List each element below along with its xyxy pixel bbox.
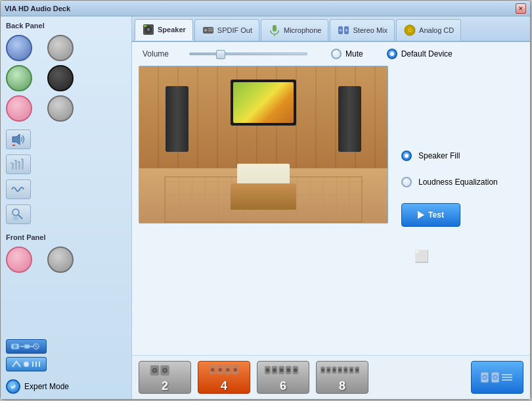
volume-label: Volume <box>143 49 179 59</box>
expert-icon-1 <box>10 341 43 352</box>
svg-point-59 <box>273 368 277 372</box>
channel-6-icon <box>263 362 303 379</box>
svg-rect-3 <box>15 160 17 170</box>
sidebar-env-row <box>6 204 126 224</box>
jack-back-4[interactable] <box>47 65 74 91</box>
channel-6-button[interactable]: 6 <box>257 361 309 394</box>
channel-8-button[interactable]: 8 <box>316 361 368 394</box>
main-content: Speaker Fill Loudness Equalization Test … <box>132 66 530 355</box>
svg-point-73 <box>338 369 342 372</box>
svg-point-19 <box>24 362 29 367</box>
environment-icon <box>11 207 26 222</box>
svg-point-47 <box>164 369 166 372</box>
tab-speaker-label: Speaker <box>158 26 186 34</box>
default-device-group: Default Device <box>387 49 453 59</box>
close-button[interactable]: ✕ <box>516 3 526 14</box>
front-panel-jacks <box>6 247 126 273</box>
speaker-fill-dot <box>405 154 409 158</box>
svg-point-38 <box>345 29 348 32</box>
svg-point-13 <box>13 344 17 348</box>
tab-bar: Speaker SPDIF Out <box>132 16 530 42</box>
sidebar-wave-row <box>6 179 126 199</box>
svg-point-37 <box>340 29 342 32</box>
svg-point-44 <box>154 369 156 372</box>
sidebar-eq-row <box>6 154 126 174</box>
expert-mode-check <box>9 383 17 390</box>
expert-buttons <box>6 339 126 371</box>
channel-right-button[interactable] <box>471 361 523 394</box>
jack-back-3[interactable] <box>6 65 32 91</box>
jack-back-1[interactable] <box>6 35 32 61</box>
volume-thumb[interactable] <box>216 50 225 59</box>
channel-4-button[interactable]: 4 <box>198 361 250 394</box>
tab-microphone[interactable]: Microphone <box>261 19 328 41</box>
wave-icon <box>11 183 26 196</box>
speaker-tab-icon <box>142 23 155 36</box>
svg-rect-31 <box>208 28 213 30</box>
svg-point-49 <box>211 368 215 372</box>
jack-back-5[interactable] <box>6 95 32 122</box>
volume-slider[interactable] <box>189 53 307 55</box>
channel-right-icon <box>479 368 516 387</box>
jack-front-2[interactable] <box>47 247 74 273</box>
svg-point-55 <box>233 368 237 372</box>
svg-point-75 <box>344 369 347 372</box>
expert-icon-2 <box>10 359 43 369</box>
svg-point-63 <box>286 368 290 372</box>
stereo-tab-icon <box>337 24 350 37</box>
speaker-fill-label: Speaker Fill <box>418 151 460 160</box>
svg-rect-15 <box>24 344 30 348</box>
test-button[interactable]: Test <box>401 203 460 227</box>
wave-ctrl-button[interactable] <box>6 179 31 199</box>
environment-ctrl-button[interactable] <box>6 204 31 224</box>
default-device-radio[interactable] <box>387 49 397 59</box>
expert-mode-toggle[interactable]: Expert Mode <box>6 379 126 394</box>
test-label: Test <box>428 210 444 220</box>
tab-analog[interactable]: Analog CD <box>396 19 461 41</box>
tab-microphone-label: Microphone <box>284 26 321 34</box>
svg-point-79 <box>355 369 359 372</box>
jack-back-2[interactable] <box>47 35 74 61</box>
svg-point-41 <box>409 30 410 31</box>
speaker-right <box>338 86 361 152</box>
svg-point-69 <box>327 369 330 372</box>
analog-tab-icon <box>403 24 416 37</box>
tab-speaker[interactable]: Speaker <box>135 19 193 41</box>
volume-ctrl-button[interactable] <box>6 130 31 149</box>
mute-radio[interactable] <box>331 49 342 59</box>
svg-point-27 <box>148 29 149 30</box>
volume-row: Volume Mute Default Device <box>132 42 530 66</box>
channel-4-num: 4 <box>221 379 227 393</box>
expert-btn-2[interactable] <box>6 357 47 371</box>
microphone-tab-icon <box>268 24 281 37</box>
channel-2-icon <box>148 362 181 379</box>
jack-front-1[interactable] <box>6 247 32 273</box>
expert-mode-label: Expert Mode <box>24 382 69 391</box>
expert-mode-icon <box>6 379 20 394</box>
svg-point-77 <box>350 369 353 372</box>
svg-point-51 <box>218 368 222 372</box>
svg-point-82 <box>483 376 486 379</box>
jack-back-6[interactable] <box>47 95 74 122</box>
equalizer-icon <box>11 158 26 171</box>
svg-rect-5 <box>22 159 24 170</box>
front-panel-label: Front Panel <box>6 233 126 241</box>
room-scene <box>139 66 388 223</box>
svg-point-61 <box>280 368 284 372</box>
expert-btn-1[interactable] <box>6 339 47 354</box>
tab-spdif[interactable]: SPDIF Out <box>194 19 259 41</box>
equalizer-ctrl-button[interactable] <box>6 154 31 174</box>
svg-rect-4 <box>18 162 20 170</box>
speaker-fill-radio[interactable] <box>401 151 412 161</box>
back-panel-label: Back Panel <box>6 22 126 30</box>
channel-2-button[interactable]: 2 <box>139 361 191 394</box>
radio-dot <box>390 52 394 56</box>
main-panel: Speaker SPDIF Out <box>132 16 530 399</box>
svg-rect-28 <box>144 25 146 27</box>
mute-label: Mute <box>345 49 363 59</box>
svg-rect-32 <box>208 30 213 32</box>
svg-point-57 <box>265 368 269 372</box>
channel-row: 2 4 <box>132 355 530 399</box>
loudness-eq-radio[interactable] <box>401 177 412 187</box>
tab-stereo[interactable]: Stereo Mix <box>330 19 395 41</box>
